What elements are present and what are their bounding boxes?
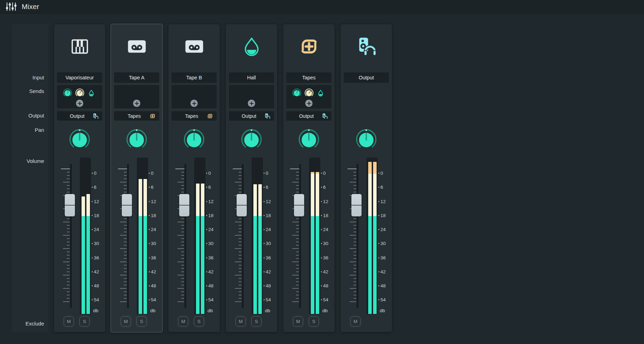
db-tick-label: 30 <box>92 241 99 246</box>
solo-button[interactable]: S <box>79 316 90 327</box>
fader-track[interactable] <box>60 164 74 309</box>
db-unit-label: db <box>380 308 385 313</box>
channel-strip-tape-a[interactable]: Tape A Tapes <box>111 24 162 332</box>
add-send-button[interactable] <box>248 100 255 107</box>
input-row-label: Input <box>33 74 44 80</box>
db-tick-label: 54 <box>378 297 386 302</box>
pan-knob[interactable] <box>241 129 262 150</box>
pan-knob[interactable] <box>356 129 377 150</box>
mixer-icon <box>6 2 17 11</box>
page-title: Mixer <box>22 3 39 11</box>
fader-handle[interactable] <box>237 194 247 216</box>
db-tick-dot <box>149 243 150 244</box>
db-tick-dot <box>264 201 265 202</box>
fader-handle[interactable] <box>65 194 75 216</box>
send-cream-knob[interactable] <box>304 88 314 98</box>
channel-strip-tapes[interactable]: Tapes Output <box>283 24 335 332</box>
fader-track[interactable] <box>347 164 360 309</box>
mute-button[interactable]: M <box>293 316 303 327</box>
send-drop-button[interactable] <box>88 89 95 97</box>
mute-button[interactable]: M <box>178 316 188 327</box>
db-tick-dot <box>149 299 150 300</box>
solo-button[interactable]: S <box>251 316 261 327</box>
db-tick-dot <box>264 299 265 300</box>
output-select[interactable]: Output <box>57 111 102 121</box>
monitor-icon[interactable] <box>341 35 392 58</box>
output-select[interactable]: Tapes <box>172 111 217 121</box>
pan-knob[interactable] <box>126 129 147 150</box>
pan-knob[interactable] <box>183 129 205 150</box>
channel-name-field[interactable]: Vaporisateur <box>57 72 102 83</box>
mute-button[interactable]: M <box>121 316 131 327</box>
add-send-button[interactable] <box>305 100 313 107</box>
send-teal-knob[interactable] <box>63 88 72 98</box>
channel-name-field[interactable]: Tape B <box>172 72 217 83</box>
solo-button[interactable]: S <box>309 316 319 327</box>
channel-strip-vaporisateur[interactable]: Vaporisateur Output <box>54 24 105 332</box>
db-tick-label: 6 <box>92 185 97 190</box>
drop-icon[interactable] <box>226 35 277 58</box>
db-tick-dot <box>206 257 207 258</box>
fader-track[interactable] <box>117 164 131 309</box>
fader-handle[interactable] <box>122 194 132 216</box>
send-cream-knob[interactable] <box>75 88 84 98</box>
fader-track[interactable] <box>289 164 303 309</box>
db-tick-label: 12 <box>149 199 156 204</box>
output-select[interactable]: Tapes <box>114 111 159 121</box>
db-tick-label: 30 <box>264 241 271 246</box>
channel-strip-tape-b[interactable]: Tape B Tapes <box>168 24 220 332</box>
solo-button[interactable]: S <box>136 316 147 327</box>
fader-track[interactable] <box>232 164 245 309</box>
piano-icon[interactable] <box>54 35 105 58</box>
mute-button[interactable]: M <box>236 316 246 327</box>
mute-button[interactable]: M <box>64 316 74 327</box>
db-tick-dot <box>321 243 322 244</box>
meter-mid-segment <box>201 184 204 216</box>
meter-low-segment <box>139 216 142 314</box>
db-tick-label: 24 <box>206 227 214 232</box>
cassette-icon[interactable] <box>168 35 220 58</box>
add-send-button[interactable] <box>133 100 140 107</box>
level-meter <box>252 158 263 314</box>
level-meter <box>194 158 205 314</box>
db-tick-dot <box>92 257 93 258</box>
db-tick-label: 54 <box>321 297 328 302</box>
fader-track[interactable] <box>175 164 188 309</box>
fader-handle[interactable] <box>294 194 304 216</box>
output-select[interactable]: Output <box>229 111 274 121</box>
channel-name-field[interactable]: Tapes <box>286 72 331 83</box>
db-tick-label: 54 <box>264 297 271 302</box>
channel-name: Output <box>359 75 374 80</box>
fader-handle[interactable] <box>179 194 189 216</box>
sends-box <box>172 85 217 108</box>
output-select[interactable]: Output <box>286 111 331 121</box>
group-icon[interactable] <box>283 35 335 58</box>
channel-name-field[interactable]: Tape A <box>114 72 159 83</box>
channel-strip-output[interactable]: Output <box>341 24 392 332</box>
db-tick-label: 18 <box>378 213 386 218</box>
db-tick-dot <box>92 229 93 230</box>
cassette-icon[interactable] <box>111 35 162 58</box>
add-send-button[interactable] <box>76 100 83 107</box>
channel-name-field[interactable]: Output <box>344 72 389 83</box>
solo-button[interactable]: S <box>194 316 204 327</box>
meter-bar-right <box>373 162 377 314</box>
mute-button[interactable]: M <box>350 316 360 327</box>
sends-box <box>114 85 159 108</box>
db-tick-dot <box>264 215 265 216</box>
db-tick-label: 18 <box>321 213 328 218</box>
send-teal-knob[interactable] <box>292 88 301 98</box>
add-send-button[interactable] <box>190 100 198 107</box>
pan-knob[interactable] <box>298 129 320 150</box>
monitor-icon <box>322 113 329 120</box>
db-tick-dot <box>206 173 207 174</box>
pan-knob[interactable] <box>69 129 90 150</box>
db-tick-label: 0 <box>92 171 97 176</box>
level-meter <box>80 158 91 314</box>
db-tick-dot <box>321 187 322 188</box>
db-tick-label: 18 <box>206 213 214 218</box>
channel-name-field[interactable]: Hall <box>229 72 274 83</box>
channel-strip-hall[interactable]: Hall Output <box>226 24 277 332</box>
send-drop-button[interactable] <box>317 89 324 97</box>
fader-handle[interactable] <box>351 194 362 216</box>
